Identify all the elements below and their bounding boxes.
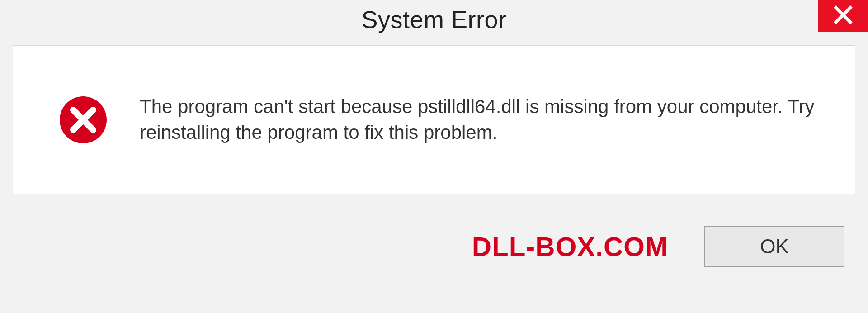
close-button[interactable] xyxy=(818,0,868,32)
footer: DLL-BOX.COM OK xyxy=(0,194,868,299)
watermark-text: DLL-BOX.COM xyxy=(472,231,668,262)
error-icon xyxy=(58,95,108,145)
content-panel: The program can't start because pstilldl… xyxy=(13,45,855,194)
ok-button[interactable]: OK xyxy=(704,226,844,267)
dialog-title: System Error xyxy=(361,5,506,33)
error-message: The program can't start because pstilldl… xyxy=(140,94,823,145)
close-icon xyxy=(833,5,853,27)
titlebar: System Error xyxy=(0,0,868,45)
